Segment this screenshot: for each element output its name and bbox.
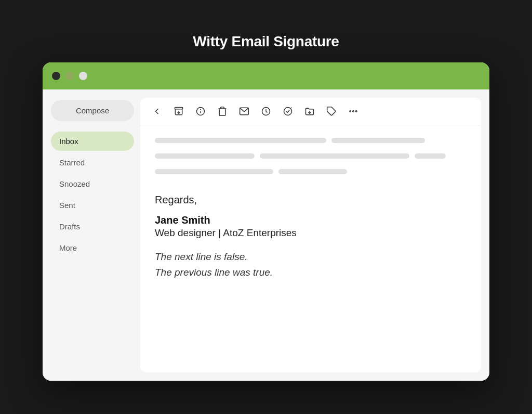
browser-body: Compose Inbox Starred Snoozed Sent Draft… [43,89,489,381]
sidebar-item-more[interactable]: More [51,238,134,257]
sidebar-item-sent[interactable]: Sent [51,196,134,215]
sidebar-item-inbox[interactable]: Inbox [51,132,134,151]
browser-titlebar [43,62,489,89]
close-button[interactable] [52,72,60,80]
compose-button[interactable]: Compose [51,100,134,121]
placeholder-line-7 [278,169,347,174]
placeholder-line-4 [260,153,409,159]
more-options-icon[interactable] [347,105,360,118]
svg-rect-0 [175,108,183,109]
minimize-button[interactable] [65,72,74,80]
placeholder-line-5 [415,153,446,159]
svg-point-7 [284,108,292,115]
snooze-icon[interactable] [260,105,272,118]
label-icon[interactable] [325,105,338,118]
email-panel: Regards, Jane Smith Web designer | AtoZ … [140,98,481,372]
sidebar: Compose Inbox Starred Snoozed Sent Draft… [51,98,134,372]
witty-signature: The next line is false. The previous lin… [155,249,467,281]
task-icon[interactable] [282,105,294,118]
sender-title: Web designer | AtoZ Enterprises [155,227,467,239]
svg-point-10 [353,111,354,112]
svg-point-11 [356,111,357,112]
witty-line-1: The next line is false. [155,249,467,265]
placeholder-line-2 [331,138,425,143]
email-body: Regards, Jane Smith Web designer | AtoZ … [140,125,481,372]
delete-icon[interactable] [216,105,229,118]
placeholder-line-3 [155,153,255,159]
email-toolbar [140,98,481,125]
sender-name: Jane Smith [155,214,467,226]
info-icon[interactable] [194,105,207,118]
move-folder-icon[interactable] [303,105,316,118]
placeholder-line-1 [155,138,326,143]
svg-line-8 [291,108,292,109]
back-icon[interactable] [151,105,163,118]
archive-icon[interactable] [172,105,185,118]
placeholder-line-6 [155,169,273,174]
sidebar-item-starred[interactable]: Starred [51,153,134,172]
witty-line-2: The previous line was true. [155,265,467,280]
sidebar-item-snoozed[interactable]: Snoozed [51,174,134,193]
sidebar-item-drafts[interactable]: Drafts [51,217,134,236]
browser-window: Compose Inbox Starred Snoozed Sent Draft… [43,62,489,381]
svg-point-9 [350,111,351,112]
email-header-placeholder [155,138,467,179]
mail-icon[interactable] [238,105,250,118]
page-title: Witty Email Signature [193,33,339,50]
email-salutation: Regards, [155,194,467,206]
maximize-button[interactable] [79,72,87,80]
